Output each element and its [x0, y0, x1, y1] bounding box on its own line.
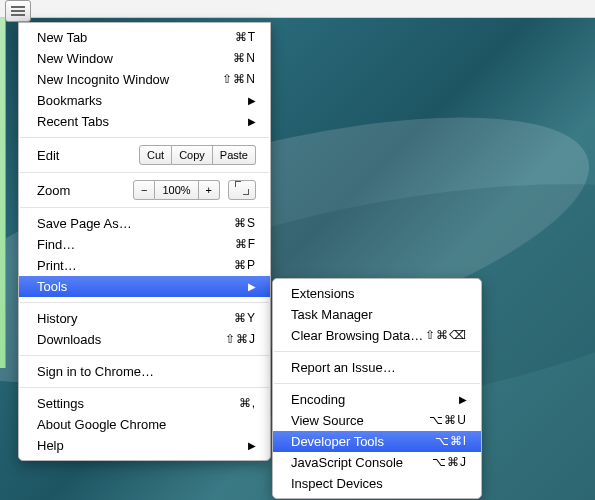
menu-label: Clear Browsing Data…	[291, 327, 425, 344]
menu-label: Save Page As…	[37, 215, 234, 232]
cut-button[interactable]: Cut	[139, 145, 172, 165]
menu-item-new-window[interactable]: New Window ⌘N	[19, 48, 270, 69]
menu-item-tools[interactable]: Tools ▶	[19, 276, 270, 297]
menu-item-history[interactable]: History ⌘Y	[19, 308, 270, 329]
zoom-value: 100%	[155, 180, 198, 200]
chrome-main-menu: New Tab ⌘T New Window ⌘N New Incognito W…	[18, 22, 271, 461]
window-left-edge	[0, 18, 6, 368]
menu-item-zoom: Zoom − 100% +	[19, 178, 270, 202]
chrome-menu-button[interactable]	[5, 0, 31, 22]
submenu-item-inspect-devices[interactable]: Inspect Devices	[273, 473, 481, 494]
menu-label: Bookmarks	[37, 92, 242, 109]
menu-label: View Source	[291, 412, 429, 429]
menu-label: Developer Tools	[291, 433, 435, 450]
menu-separator	[20, 355, 269, 356]
menu-label: Task Manager	[291, 306, 467, 323]
submenu-item-extensions[interactable]: Extensions	[273, 283, 481, 304]
copy-button[interactable]: Copy	[172, 145, 213, 165]
menu-shortcut: ⌘S	[234, 215, 256, 232]
submenu-item-javascript-console[interactable]: JavaScript Console ⌥⌘J	[273, 452, 481, 473]
tools-submenu: Extensions Task Manager Clear Browsing D…	[272, 278, 482, 499]
submenu-item-clear-browsing-data[interactable]: Clear Browsing Data… ⇧⌘⌫	[273, 325, 481, 346]
menu-label: Print…	[37, 257, 234, 274]
submenu-arrow-icon: ▶	[248, 278, 256, 295]
submenu-arrow-icon: ▶	[248, 113, 256, 130]
menu-item-edit: Edit Cut Copy Paste	[19, 143, 270, 167]
menu-item-sign-in[interactable]: Sign in to Chrome…	[19, 361, 270, 382]
submenu-arrow-icon: ▶	[459, 391, 467, 408]
menu-item-find[interactable]: Find… ⌘F	[19, 234, 270, 255]
menu-shortcut: ⌘Y	[234, 310, 256, 327]
menu-item-bookmarks[interactable]: Bookmarks ▶	[19, 90, 270, 111]
menu-item-print[interactable]: Print… ⌘P	[19, 255, 270, 276]
menu-shortcut: ⌥⌘J	[432, 454, 467, 471]
menu-separator	[20, 172, 269, 173]
menu-label: Zoom	[37, 182, 133, 199]
menu-label: Help	[37, 437, 242, 454]
submenu-item-developer-tools[interactable]: Developer Tools ⌥⌘I	[273, 431, 481, 452]
menu-label: Inspect Devices	[291, 475, 467, 492]
menu-label: Settings	[37, 395, 239, 412]
menu-label: Sign in to Chrome…	[37, 363, 256, 380]
menu-separator	[20, 302, 269, 303]
menu-shortcut: ⌥⌘U	[429, 412, 467, 429]
menu-separator	[20, 137, 269, 138]
menu-label: JavaScript Console	[291, 454, 432, 471]
menu-label: Tools	[37, 278, 242, 295]
zoom-in-button[interactable]: +	[199, 180, 220, 200]
submenu-arrow-icon: ▶	[248, 92, 256, 109]
submenu-arrow-icon: ▶	[248, 437, 256, 454]
menu-shortcut: ⌘,	[239, 395, 256, 412]
menu-item-downloads[interactable]: Downloads ⇧⌘J	[19, 329, 270, 350]
menu-label: New Incognito Window	[37, 71, 222, 88]
menu-shortcut: ⌘N	[233, 50, 256, 67]
menu-shortcut: ⇧⌘J	[225, 331, 256, 348]
menu-separator	[274, 351, 480, 352]
submenu-item-task-manager[interactable]: Task Manager	[273, 304, 481, 325]
fullscreen-icon	[236, 182, 248, 194]
menu-separator	[20, 387, 269, 388]
submenu-item-encoding[interactable]: Encoding ▶	[273, 389, 481, 410]
menu-label: Recent Tabs	[37, 113, 242, 130]
menu-item-about[interactable]: About Google Chrome	[19, 414, 270, 435]
fullscreen-button[interactable]	[228, 180, 256, 200]
menu-label: New Tab	[37, 29, 235, 46]
menu-shortcut: ⌘P	[234, 257, 256, 274]
menu-shortcut: ⇧⌘⌫	[425, 327, 467, 344]
hamburger-icon	[11, 6, 25, 16]
menu-label: About Google Chrome	[37, 416, 256, 433]
menu-label: Extensions	[291, 285, 467, 302]
menu-label: History	[37, 310, 234, 327]
menu-item-recent-tabs[interactable]: Recent Tabs ▶	[19, 111, 270, 132]
menu-label: New Window	[37, 50, 233, 67]
zoom-out-button[interactable]: −	[133, 180, 155, 200]
menu-item-help[interactable]: Help ▶	[19, 435, 270, 456]
menu-shortcut: ⌘F	[235, 236, 256, 253]
menu-label: Find…	[37, 236, 235, 253]
submenu-item-report-issue[interactable]: Report an Issue…	[273, 357, 481, 378]
menu-item-new-tab[interactable]: New Tab ⌘T	[19, 27, 270, 48]
menu-separator	[274, 383, 480, 384]
menu-item-new-incognito[interactable]: New Incognito Window ⇧⌘N	[19, 69, 270, 90]
menu-shortcut: ⌥⌘I	[435, 433, 467, 450]
window-top-bar	[0, 0, 595, 18]
menu-shortcut: ⌘T	[235, 29, 256, 46]
menu-item-save-page-as[interactable]: Save Page As… ⌘S	[19, 213, 270, 234]
menu-item-settings[interactable]: Settings ⌘,	[19, 393, 270, 414]
menu-label: Report an Issue…	[291, 359, 467, 376]
menu-label: Downloads	[37, 331, 225, 348]
menu-label: Edit	[37, 147, 139, 164]
submenu-item-view-source[interactable]: View Source ⌥⌘U	[273, 410, 481, 431]
menu-shortcut: ⇧⌘N	[222, 71, 256, 88]
menu-label: Encoding	[291, 391, 453, 408]
menu-separator	[20, 207, 269, 208]
paste-button[interactable]: Paste	[213, 145, 256, 165]
